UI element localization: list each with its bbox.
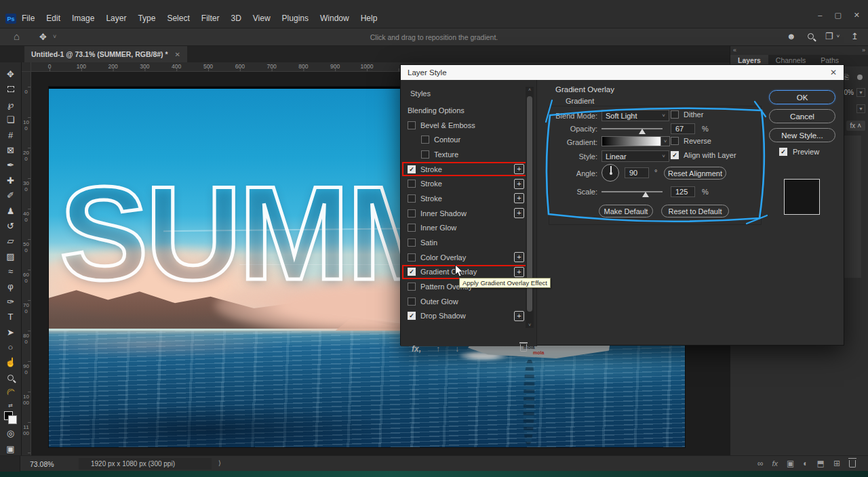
lock-controls[interactable]: ⎘ [844,73,863,81]
swap-colors-icon[interactable]: ⇄ [3,403,18,409]
add-gradient-overlay-icon[interactable]: + [514,267,524,277]
document-tab[interactable]: Untitled-1 @ 73.1% (SUMMER, RGB/8#) * ✕ [24,46,187,62]
align-with-layer-checkbox[interactable]: ✓ [671,151,679,159]
style-item-drop-shadow[interactable]: ✓Drop Shadow+ [403,309,526,324]
dodge-tool[interactable]: φ [3,280,18,293]
gradient-tool[interactable]: ▨ [3,250,18,263]
crop-tool[interactable]: # [3,129,18,142]
new-layer-icon[interactable]: ⊞ [833,459,840,468]
style-item-contour[interactable]: Contour [403,132,526,147]
reverse-checkbox-row[interactable]: Reverse [671,137,711,145]
add-color-overlay-icon[interactable]: + [514,252,524,262]
opacity-slider[interactable] [601,128,663,129]
scale-value-field[interactable]: 125 [671,186,695,197]
menu-filter[interactable]: Filter [201,14,220,23]
menu-view[interactable]: View [253,14,271,23]
menu-file[interactable]: File [22,14,35,23]
move-style-up-icon[interactable]: ↑ [436,344,440,354]
collapse-panels-icon[interactable]: « [733,47,736,54]
style-item-outer-glow-checkbox[interactable] [408,297,416,306]
frame-tool[interactable]: ⊠ [3,144,18,157]
style-item-drop-shadow-checkbox[interactable]: ✓ [408,312,416,320]
style-item-stroke-2[interactable]: Stroke+ [403,176,526,191]
style-item-stroke[interactable]: ✓Stroke+ [403,162,526,177]
menu-image[interactable]: Image [72,14,94,23]
add-stroke-icon[interactable]: + [514,193,524,203]
dither-checkbox[interactable] [671,110,679,119]
add-stroke-icon[interactable]: + [514,179,524,189]
style-item-stroke-checkbox[interactable]: ✓ [408,165,416,173]
opacity-control[interactable]: 0% ▼ [844,88,865,97]
reverse-checkbox[interactable] [671,137,679,145]
gradient-swatch[interactable] [601,136,661,146]
clone-stamp-tool[interactable]: ♟ [3,205,18,217]
style-item-texture-checkbox[interactable] [421,150,429,159]
smudge-tool[interactable]: ≈ [3,265,18,278]
eyedropper-tool[interactable]: ✒ [3,159,18,171]
opacity-value-field[interactable]: 67 [671,123,695,134]
link-layers-icon[interactable]: ∞ [757,459,764,468]
quick-mask-icon[interactable]: ◎ [3,427,18,440]
close-icon[interactable]: ✕ [854,11,860,20]
new-style-button[interactable]: New Style... [769,128,835,142]
screen-mode-icon[interactable]: ▣ [3,442,18,455]
chevron-down-icon[interactable]: ▼ [856,104,865,113]
rectangular-marquee-tool[interactable] [3,83,18,96]
ellipse-tool[interactable]: ○ [3,341,18,354]
style-item-satin-checkbox[interactable] [408,239,416,247]
path-selection-tool[interactable]: ➤ [3,326,18,339]
dither-checkbox-row[interactable]: Dither [671,110,703,119]
pen-tool[interactable]: ✑ [3,295,18,308]
menu-select[interactable]: Select [167,14,189,23]
healing-brush-tool[interactable]: ✚ [3,174,18,187]
style-item-inner-shadow-checkbox[interactable] [408,209,416,217]
style-select[interactable]: Linear˅ [601,150,669,162]
menu-3d[interactable]: 3D [231,14,241,23]
style-item-inner-glow-checkbox[interactable] [408,224,416,232]
delete-style-icon[interactable] [520,344,527,352]
angle-value-field[interactable]: 90 [625,167,649,178]
zoom-tool[interactable] [3,371,18,384]
maximize-icon[interactable]: ▢ [834,11,841,20]
style-item-stroke-2-checkbox[interactable] [408,180,416,188]
style-item-texture[interactable]: Texture [403,147,526,162]
style-item-gradient-overlay[interactable]: ✓Gradient Overlay+ [403,265,526,280]
banana-brush-tool[interactable]: ☽ [1,383,20,402]
add-stroke-icon[interactable]: + [514,164,524,174]
style-item-gradient-overlay-checkbox[interactable]: ✓ [408,268,416,276]
layer-effects-icon[interactable]: fx [772,459,778,468]
history-brush-tool[interactable]: ↺ [3,220,18,232]
style-item-inner-shadow[interactable]: Inner Shadow+ [403,206,526,221]
scroll-up-icon[interactable]: ˄ [526,87,534,92]
status-chevron-icon[interactable]: ⟩ [218,459,221,467]
style-item-contour-checkbox[interactable] [421,136,429,144]
menu-type[interactable]: Type [138,14,155,23]
adjustment-layer-icon[interactable]: ◐ [803,459,808,468]
fill-control[interactable]: ▼ [856,104,865,113]
ok-button[interactable]: OK [769,90,835,104]
background-color-swatch[interactable] [8,415,17,424]
object-selection-tool[interactable]: ❏ [3,113,18,126]
dialog-title-bar[interactable]: Layer Style ✕ [401,65,844,80]
move-style-down-icon[interactable]: ↓ [455,344,459,354]
reset-to-default-button[interactable]: Reset to Default [661,205,729,217]
workspace-icon[interactable]: ❐ [825,31,833,41]
chevron-down-icon[interactable]: ▼ [856,88,865,97]
share-user-icon[interactable]: ☻ [787,31,796,41]
style-item-pattern-overlay-checkbox[interactable] [408,283,416,291]
zoom-level[interactable]: 73.08% [30,460,54,468]
type-tool[interactable]: T [3,310,18,323]
style-item-bevel-emboss[interactable]: Bevel & Emboss [403,118,526,133]
dialog-close-icon[interactable]: ✕ [830,68,837,77]
style-item-bevel-emboss-checkbox[interactable] [408,121,416,129]
style-item-satin[interactable]: Satin [403,235,526,250]
foreground-background-swatches[interactable] [4,411,18,425]
new-group-icon[interactable]: ⬒ [817,459,825,468]
minimize-icon[interactable]: – [818,11,822,20]
search-icon[interactable] [808,33,814,39]
style-item-color-overlay[interactable]: Color Overlay+ [403,250,526,265]
move-tool[interactable]: ✥ [3,68,18,81]
lasso-tool[interactable]: ℘ [3,98,18,111]
reset-alignment-button[interactable]: Reset Alignment [664,167,726,180]
menu-edit[interactable]: Edit [46,14,60,23]
